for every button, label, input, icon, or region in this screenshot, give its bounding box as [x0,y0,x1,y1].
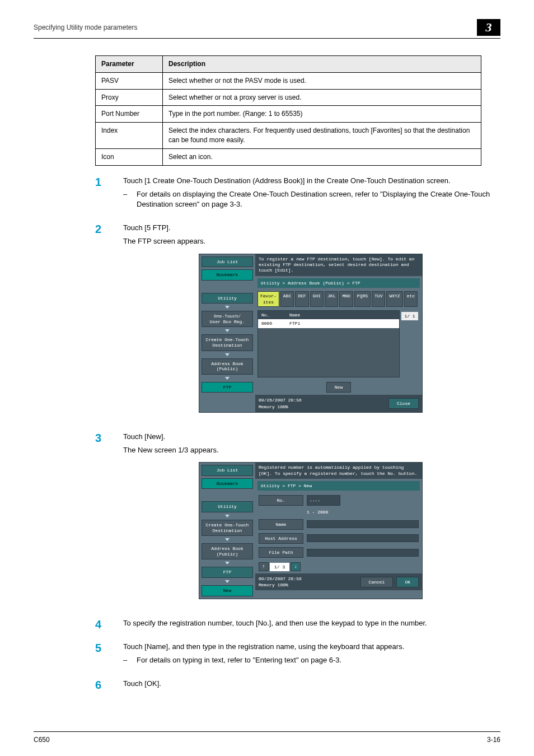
list-name: FTP1 [286,319,303,328]
parameter-table: Parameter Description PASV Select whethe… [95,55,481,166]
list-col-name: Name [286,311,303,319]
chevron-down-icon [225,377,229,380]
chevron-down-icon [225,562,229,564]
index-tabs: Favor- ites ABC DEF GHI JKL MNO PQRS TUV… [255,290,422,308]
address-book-button[interactable]: Address Book (Public) [202,358,253,375]
page-footer: C650 3-16 [34,731,500,745]
bookmark-button[interactable]: Bookmark [202,478,253,489]
chevron-down-icon [225,353,229,356]
param-cell: Port Number [96,106,163,123]
table-row: Icon Select an icon. [96,148,481,165]
step-text: Touch [Name], and then type in the regis… [123,642,498,652]
file-path-label-button[interactable]: File Path [259,547,303,558]
table-row: Index Select the index characters. For f… [96,123,481,149]
tab-jkl[interactable]: JKL [325,291,338,307]
step-text: Touch [New]. [123,432,498,442]
page-up-button[interactable]: ↑ [259,562,269,571]
tab-favorites[interactable]: Favor- ites [257,291,279,307]
path-value [307,549,419,557]
create-one-touch-button[interactable]: Create One-Touch Destination [202,520,253,536]
side-nav: Job List Bookmark Utility Create One-Tou… [199,463,255,598]
param-cell: PASV [96,72,163,89]
chevron-down-icon [225,538,229,541]
tab-mno[interactable]: MNO [339,291,353,307]
step-number: 5 [95,642,112,669]
tab-def[interactable]: DEF [295,291,308,307]
chevron-down-icon [225,306,229,309]
desc-cell: Select the index characters. For frequen… [163,123,481,149]
step-5: 5 Touch [Name], and then type in the reg… [95,642,498,669]
table-row: Port Number Type in the port number. (Ra… [96,106,481,123]
table-head-row: Parameter Description [96,56,481,73]
dash-bullet: – [123,655,130,665]
page-indicator: 1/ 1 [401,312,418,320]
new-nav-button[interactable]: New [202,585,253,596]
desc-cell: Select an icon. [163,148,481,165]
side-nav: Job List Bookmark Utility One-Touch/ Use… [199,254,255,412]
tab-abc[interactable]: ABC [280,291,294,307]
address-book-button[interactable]: Address Book (Public) [202,543,253,559]
cancel-button[interactable]: Cancel [360,577,394,587]
memory-text: Memory 100% [259,582,302,588]
no-value: ---- [307,495,340,506]
footer-right: 3-16 [487,735,500,745]
utility-button[interactable]: Utility [202,501,253,512]
desc-cell: Select whether or not a proxy server is … [163,89,481,106]
step-text: Touch [5 FTP]. [123,223,498,233]
new-button[interactable]: New [326,382,351,393]
create-one-touch-button[interactable]: Create One-Touch Destination [202,334,253,351]
dash-bullet: – [123,189,130,209]
tab-pqrs[interactable]: PQRS [354,291,371,307]
step-note: – For details on typing in text, refer t… [123,655,498,665]
step-number: 2 [95,223,112,422]
desc-cell: Select whether or not the PASV mode is u… [163,72,481,89]
list-col-no: No. [258,311,286,319]
tab-ghi[interactable]: GHI [310,291,324,307]
list-item[interactable]: 0006 FTP1 [258,319,399,328]
note-text: For details on displaying the Create One… [137,189,498,209]
step-4: 4 To specify the registration number, to… [95,618,498,632]
param-cell: Proxy [96,89,163,106]
step-text: Touch [OK]. [123,679,498,689]
name-label-button[interactable]: Name [259,519,303,530]
name-value [307,520,419,528]
bookmark-button[interactable]: Bookmark [202,269,253,281]
param-cell: Icon [96,148,163,165]
step-result: The FTP screen appears. [123,236,498,246]
range-text: 1 - 2000 [307,509,328,515]
hint-text: Registered number is automatically appli… [255,463,422,479]
step-number: 6 [95,679,112,692]
step-1: 1 Touch [1 Create One-Touch Destination … [95,176,498,213]
breadcrumb: Utility > FTP > New [257,481,420,491]
step-number: 1 [95,176,112,213]
tab-etc[interactable]: etc [404,291,418,307]
job-list-button[interactable]: Job List [202,256,253,268]
note-text: For details on typing in text, refer to … [137,655,341,665]
step-2: 2 Touch [5 FTP]. The FTP screen appears.… [95,223,498,422]
job-list-button[interactable]: Job List [202,465,253,476]
step-text: Touch [1 Create One-Touch Destination (A… [123,176,498,186]
step-number: 3 [95,432,112,608]
host-value [307,534,419,542]
table-row: PASV Select whether or not the PASV mode… [96,72,481,89]
tab-tuv[interactable]: TUV [372,291,385,307]
utility-button[interactable]: Utility [202,293,253,304]
datetime-text: 09/26/2007 20:56 [259,397,302,403]
page-down-button[interactable]: ↓ [291,562,301,571]
ftp-button[interactable]: FTP [202,567,253,578]
section-title: Specifying Utility mode parameters [34,23,137,32]
close-button[interactable]: Close [388,398,419,409]
host-address-label-button[interactable]: Host Address [259,533,303,544]
ftp-button[interactable]: FTP [202,382,253,393]
chevron-down-icon [225,580,229,583]
col-parameter: Parameter [96,56,163,73]
tab-wxyz[interactable]: WXYZ [386,291,402,307]
no-label-button[interactable]: No. [259,495,303,506]
ok-button[interactable]: OK [396,577,419,587]
param-cell: Index [96,123,163,149]
step-text: To specify the registration number, touc… [123,618,498,628]
destination-list: No. Name 0006 FTP1 1/ 1 [257,310,400,377]
one-touch-button[interactable]: One-Touch/ User Box Reg. [202,311,253,327]
chevron-down-icon [225,515,229,517]
table-row: Proxy Select whether or not a proxy serv… [96,89,481,106]
